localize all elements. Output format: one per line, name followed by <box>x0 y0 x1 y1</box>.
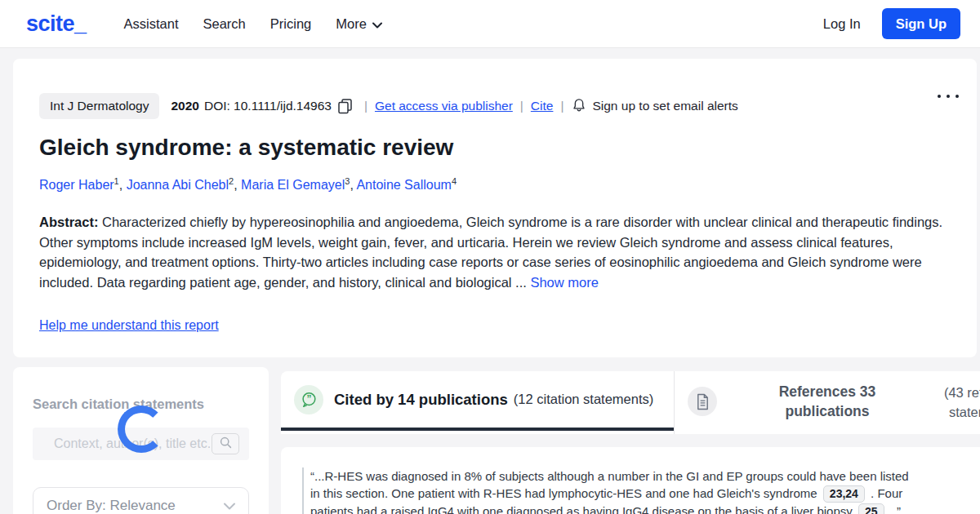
abstract: Abstract: Characterized chiefly by hyper… <box>39 212 954 292</box>
author-link[interactable]: Antoine Salloum <box>356 178 452 192</box>
chevron-down-icon <box>224 498 235 514</box>
nav-more[interactable]: More <box>336 16 382 32</box>
show-more-link[interactable]: Show more <box>530 275 598 290</box>
more-options-icon[interactable] <box>934 91 962 101</box>
nav-pricing[interactable]: Pricing <box>270 16 311 32</box>
separator: | <box>364 99 368 113</box>
email-alerts-action[interactable]: Sign up to set email alerts <box>572 97 737 116</box>
page: scite_ Assistant Search Pricing More Log… <box>0 0 980 514</box>
help-understand-link[interactable]: Help me understand this report <box>39 318 219 333</box>
citation-text: . ” <box>890 504 901 514</box>
bell-icon <box>572 97 586 116</box>
citation-statement-card: “...R-HES was diagnosed in 8% of subject… <box>281 447 980 514</box>
get-access-link[interactable]: Get access via publisher <box>375 99 513 113</box>
nav-more-label: More <box>336 16 367 32</box>
author-separator: , <box>119 178 122 192</box>
author-separator: , <box>234 178 237 192</box>
nav-assistant[interactable]: Assistant <box>124 16 179 32</box>
top-nav-bar: scite_ Assistant Search Pricing More Log… <box>0 0 980 48</box>
email-alerts-label: Sign up to set email alerts <box>592 99 737 113</box>
page-title: Gleich syndrome: a systematic review <box>39 135 453 161</box>
author-separator: , <box>350 178 353 192</box>
author-link[interactable]: Roger Haber <box>39 178 114 192</box>
references-substat: (43 reference statements) <box>915 383 980 422</box>
citation-search-panel: Search citation statements Order By: Rel… <box>13 367 269 514</box>
search-submit-button[interactable] <box>212 433 239 454</box>
search-icon <box>220 436 232 452</box>
separator: | <box>520 99 523 113</box>
references-title: References 33 publications <box>758 382 897 421</box>
abstract-text: Characterized chiefly by hypereosinophil… <box>39 215 942 290</box>
reference-badge[interactable]: 23,24 <box>823 485 865 503</box>
publication-year: 2020 <box>171 99 198 113</box>
doi-text: DOI: 10.1111/ijd.14963 <box>204 99 332 113</box>
chevron-down-icon <box>372 16 382 32</box>
order-by-value: Order By: Relevance <box>47 498 176 514</box>
citation-statement-quote: “...R-HES was diagnosed in 8% of subject… <box>302 467 916 514</box>
journal-badge[interactable]: Int J Dermatology <box>39 93 159 119</box>
document-icon <box>688 387 717 416</box>
citation-text: “...R-HES was diagnosed in 8% of subject… <box>310 469 909 500</box>
loading-spinner <box>118 405 165 453</box>
sign-up-button[interactable]: Sign Up <box>882 8 960 39</box>
reference-badge[interactable]: 25 <box>858 503 884 514</box>
author-affiliation-sup: 4 <box>452 176 457 186</box>
log-in-link[interactable]: Log In <box>823 16 861 32</box>
cited-by-title: Cited by 14 publications <box>334 391 508 409</box>
paper-meta-row: Int J Dermatology 2020 DOI: 10.1111/ijd.… <box>39 93 738 119</box>
abstract-label: Abstract: <box>39 215 98 229</box>
copy-doi-icon[interactable] <box>338 99 352 114</box>
citations-tabs: ” Cited by 14 publications (12 citation … <box>281 371 980 434</box>
order-by-dropdown[interactable]: Order By: Relevance <box>33 487 249 514</box>
author-link[interactable]: Joanna Abi Chebl <box>127 178 229 192</box>
svg-text:”: ” <box>306 393 311 405</box>
author-link[interactable]: Maria El Gemayel <box>241 178 345 192</box>
main-nav: Assistant Search Pricing More <box>124 16 382 32</box>
scite-logo[interactable]: scite_ <box>26 11 87 37</box>
author-list: Roger Haber1, Joanna Abi Chebl2, Maria E… <box>39 176 457 193</box>
search-citation-heading: Search citation statements <box>33 397 204 412</box>
header-actions: Log In Sign Up <box>823 8 960 39</box>
citation-bubble-icon: ” <box>294 385 323 414</box>
cited-by-substat: (12 citation statements) <box>514 392 654 407</box>
paper-card: Int J Dermatology 2020 DOI: 10.1111/ijd.… <box>13 59 977 357</box>
nav-search[interactable]: Search <box>203 16 246 32</box>
cite-link[interactable]: Cite <box>531 99 554 113</box>
tab-cited-by[interactable]: ” Cited by 14 publications (12 citation … <box>281 371 674 431</box>
separator: | <box>560 99 564 113</box>
tab-references[interactable]: References 33 publications (43 reference… <box>674 371 980 434</box>
